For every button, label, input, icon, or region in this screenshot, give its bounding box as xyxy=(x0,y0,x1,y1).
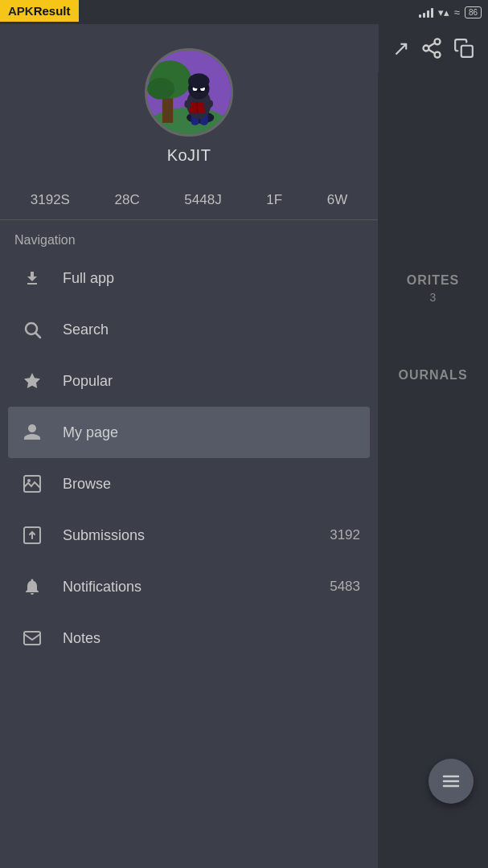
nav-item-my-page[interactable]: My page xyxy=(8,407,370,458)
svg-rect-28 xyxy=(24,632,40,645)
svg-line-24 xyxy=(36,334,41,338)
stats-row: 3192S 28C 5448J 1F 6W xyxy=(0,181,378,220)
nav-label-search: Search xyxy=(63,321,360,338)
nav-label-submissions: Submissions xyxy=(63,527,330,544)
svg-line-3 xyxy=(429,50,435,54)
nav-item-search[interactable]: Search xyxy=(8,304,370,355)
nav-label-my-page: My page xyxy=(63,424,360,441)
avatar-image xyxy=(147,48,231,137)
svg-rect-5 xyxy=(461,46,473,57)
stat-j: 5448J xyxy=(184,192,221,208)
nav-item-browse[interactable]: Browse xyxy=(8,458,370,510)
nav-label-browse: Browse xyxy=(63,476,360,493)
stat-s: 3192S xyxy=(31,192,70,208)
copy-icon-svg[interactable] xyxy=(453,38,474,59)
apk-text: APK xyxy=(8,4,34,18)
wifi-icon: ▾▴ xyxy=(438,6,449,18)
menu-icon xyxy=(441,772,461,791)
nav-item-submissions[interactable]: Submissions 3192 xyxy=(8,510,370,561)
stat-w: 6W xyxy=(327,192,348,208)
share-icon-svg[interactable] xyxy=(420,37,443,59)
search-icon xyxy=(18,315,47,344)
top-right-toolbar: ↗︎ xyxy=(379,24,488,72)
notifications-badge: 5483 xyxy=(330,579,360,595)
image-icon xyxy=(18,469,47,498)
image-upload-icon xyxy=(18,521,47,550)
username: KoJIT xyxy=(167,146,211,165)
person-icon xyxy=(18,418,47,447)
nav-label-full-app: Full app xyxy=(63,270,360,287)
navigation-section: Navigation Full app Search Popular xyxy=(0,220,378,664)
app-brand: APKResult xyxy=(0,0,79,22)
nav-section-title: Navigation xyxy=(8,233,370,248)
fab-menu-button[interactable] xyxy=(429,759,474,804)
nav-label-notifications: Notifications xyxy=(63,579,330,596)
mail-icon xyxy=(18,624,47,653)
download-icon xyxy=(18,264,47,293)
nav-item-popular[interactable]: Popular xyxy=(8,355,370,407)
signal-icon xyxy=(419,6,433,18)
nav-label-popular: Popular xyxy=(63,373,360,390)
right-panel: ORITES 3 OURNALS xyxy=(378,72,488,868)
nav-item-notifications[interactable]: Notifications 5483 xyxy=(8,561,370,612)
submissions-badge: 3192 xyxy=(330,527,360,543)
share-icon[interactable]: ↗︎ xyxy=(392,36,410,61)
avatar[interactable] xyxy=(145,48,233,137)
battery-indicator: 86 xyxy=(465,6,482,18)
star-icon xyxy=(18,366,47,395)
nav-item-notes[interactable]: Notes xyxy=(8,612,370,664)
svg-point-26 xyxy=(27,479,31,482)
wifi-symbol: ≈ xyxy=(454,6,460,18)
bell-icon xyxy=(18,572,47,601)
navigation-drawer: KoJIT 3192S 28C 5448J 1F 6W Navigation F… xyxy=(0,24,378,868)
favorites-count: 3 xyxy=(430,291,437,304)
journals-label: OURNALS xyxy=(398,368,467,382)
nav-label-notes: Notes xyxy=(63,630,360,647)
stat-f: 1F xyxy=(266,192,282,208)
result-text: Result xyxy=(34,4,71,18)
svg-line-4 xyxy=(429,43,435,47)
nav-item-full-app[interactable]: Full app xyxy=(8,252,370,304)
svg-point-11 xyxy=(147,78,174,99)
favorites-label: ORITES xyxy=(407,273,460,288)
profile-section: KoJIT xyxy=(0,24,378,181)
stat-c: 28C xyxy=(115,192,140,208)
